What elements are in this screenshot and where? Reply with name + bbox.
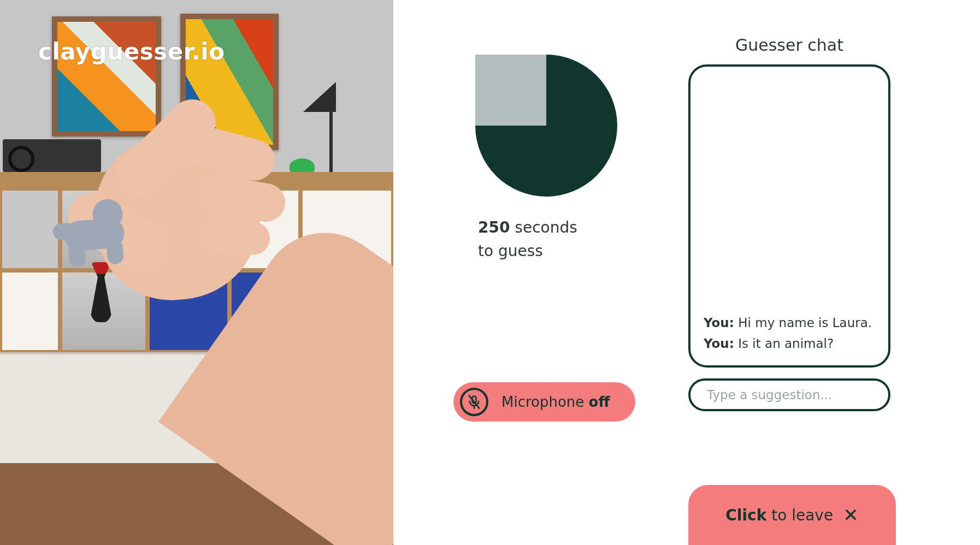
- chat-log[interactable]: You: Hi my name is Laura. You: Is it an …: [688, 64, 890, 368]
- microphone-off-icon: [460, 388, 488, 416]
- microphone-toggle[interactable]: Microphone off: [453, 382, 635, 422]
- chat-message: You: Is it an animal?: [704, 335, 875, 352]
- timer-action: to guess: [478, 242, 543, 260]
- room-painting: [52, 16, 161, 137]
- timer-elapsed-slice: [475, 55, 546, 126]
- timer-pie: [475, 55, 617, 197]
- close-icon: ✕: [843, 506, 859, 524]
- chat-input-wrapper[interactable]: [688, 378, 890, 411]
- leave-game-button[interactable]: Click to leave ✕: [688, 485, 896, 545]
- leave-label: Click to leave: [725, 506, 833, 524]
- clay-figure: [50, 194, 138, 267]
- microphone-label: Microphone off: [501, 394, 610, 410]
- timer-seconds: 250: [478, 218, 510, 236]
- game-panel: 250 seconds to guess Microphone off Gues…: [393, 0, 980, 545]
- timer-unit: seconds: [515, 218, 577, 236]
- guesser-chat: Guesser chat You: Hi my name is Laura. Y…: [688, 35, 890, 411]
- sculptor-video-feed: clayguesser.io: [0, 0, 393, 545]
- countdown-timer: 250 seconds to guess: [459, 55, 634, 263]
- timer-caption: 250 seconds to guess: [478, 216, 634, 263]
- chat-title: Guesser chat: [688, 35, 890, 55]
- sculptor-hand: [50, 100, 393, 511]
- chat-input[interactable]: [706, 387, 873, 402]
- brand-logo: clayguesser.io: [38, 38, 225, 65]
- chat-message: You: Hi my name is Laura.: [704, 314, 875, 331]
